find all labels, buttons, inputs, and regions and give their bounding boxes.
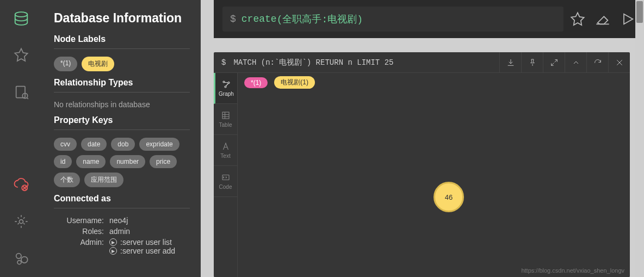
tab-table[interactable]: Table: [214, 104, 237, 135]
chip-prop[interactable]: id: [54, 155, 72, 168]
chip-prop[interactable]: expridate: [139, 138, 179, 151]
eraser-icon[interactable]: [595, 11, 610, 27]
rel-empty-text: No relationships in database: [54, 100, 190, 109]
logo: [0, 0, 42, 36]
pin-icon[interactable]: [521, 52, 543, 73]
result-header: $ MATCH (n:`电视剧`) RETURN n LIMIT 25: [214, 52, 630, 73]
download-icon[interactable]: [499, 52, 521, 73]
svg-point-16: [225, 86, 226, 88]
nav-settings[interactable]: [0, 203, 42, 240]
app-root: Database Information Node Labels *(1) 电视…: [0, 0, 644, 277]
svg-line-17: [224, 82, 228, 83]
editor-bar: $ create(全职高手:电视剧): [214, 0, 644, 38]
svg-point-8: [16, 254, 21, 258]
svg-point-7: [19, 220, 23, 224]
watermark: https://blog.csdn.net/vxiao_shen_longv: [521, 267, 624, 274]
badge-label[interactable]: 电视剧(1): [274, 76, 315, 89]
tab-text[interactable]: Text: [214, 135, 237, 166]
tab-graph[interactable]: Graph: [214, 73, 237, 104]
section-connected: Connected as: [54, 194, 190, 204]
nav-rail: [0, 0, 42, 277]
roles-value: admin: [109, 227, 190, 236]
chip-prop[interactable]: price: [150, 155, 177, 168]
editor-keyword: create: [242, 14, 277, 24]
editor-args: (全职高手:电视剧): [277, 13, 363, 26]
rerun-icon[interactable]: [586, 52, 608, 73]
admin-label: Admin:: [54, 238, 104, 255]
editor-input[interactable]: $ create(全职高手:电视剧): [222, 7, 564, 32]
sidebar: Database Information Node Labels *(1) 电视…: [42, 0, 201, 277]
chip-prop[interactable]: name: [76, 155, 106, 168]
svg-rect-1: [16, 87, 24, 98]
result-frame: $ MATCH (n:`电视剧`) RETURN n LIMIT 25 Gr: [214, 52, 630, 277]
tab-code[interactable]: Code: [214, 166, 237, 197]
username-value: neo4j: [109, 216, 190, 225]
chip-all-nodes[interactable]: *(1): [54, 57, 77, 71]
scrollbar[interactable]: [635, 0, 644, 277]
graph-canvas[interactable]: *(1) 电视剧(1) 46 https://blog.csdn.net/vxi…: [238, 73, 630, 277]
view-tabs: Graph Table Text Code: [214, 73, 238, 277]
expand-icon[interactable]: [543, 52, 565, 73]
username-label: Username:: [54, 216, 104, 225]
chip-prop[interactable]: cvv: [54, 138, 77, 151]
graph-node[interactable]: 46: [434, 182, 464, 212]
svg-line-3: [27, 98, 28, 99]
chip-label-tv[interactable]: 电视剧: [82, 57, 114, 71]
main: $ create(全职高手:电视剧) $ MATCH (n:`电视剧`) RET…: [201, 0, 644, 277]
sidebar-title: Database Information: [54, 11, 190, 26]
chip-prop[interactable]: 个数: [54, 173, 80, 187]
badge-all[interactable]: *(1): [244, 77, 268, 88]
svg-point-10: [17, 261, 21, 264]
chip-prop[interactable]: 应用范围: [84, 173, 123, 187]
collapse-up-icon[interactable]: [565, 52, 586, 73]
chip-prop[interactable]: number: [110, 155, 145, 168]
section-prop-keys: Property Keys: [54, 115, 190, 125]
chip-prop[interactable]: date: [81, 138, 107, 151]
close-icon[interactable]: [608, 52, 630, 73]
nav-cloud-sync[interactable]: [0, 166, 42, 203]
svg-point-15: [228, 82, 230, 84]
section-node-labels: Node Labels: [54, 34, 190, 44]
svg-line-18: [226, 84, 228, 87]
result-query: MATCH (n:`电视剧`) RETURN n LIMIT 25: [233, 58, 393, 67]
nav-about[interactable]: [0, 240, 42, 277]
node-labels-chips: *(1) 电视剧: [54, 57, 190, 71]
svg-rect-19: [222, 112, 229, 119]
result-prompt-sign: $: [221, 58, 226, 67]
favorite-icon[interactable]: [570, 11, 585, 27]
section-rel-types: Relationship Types: [54, 78, 190, 88]
nav-documents[interactable]: [0, 73, 42, 110]
prop-keys-chips: cvv date dob expridate id name number pr…: [54, 138, 190, 187]
svg-point-9: [21, 257, 28, 263]
nav-favorites[interactable]: [0, 36, 42, 73]
editor-prompt: $: [230, 14, 236, 24]
chip-prop[interactable]: dob: [111, 138, 135, 151]
connected-grid: Username: neo4j Roles: admin Admin: ▶:se…: [54, 216, 190, 255]
play-icon[interactable]: [620, 11, 635, 27]
admin-cmd[interactable]: ▶:server user add: [109, 247, 190, 255]
roles-label: Roles:: [54, 227, 104, 236]
svg-point-0: [15, 12, 27, 17]
admin-cmd[interactable]: ▶:server user list: [109, 238, 190, 247]
